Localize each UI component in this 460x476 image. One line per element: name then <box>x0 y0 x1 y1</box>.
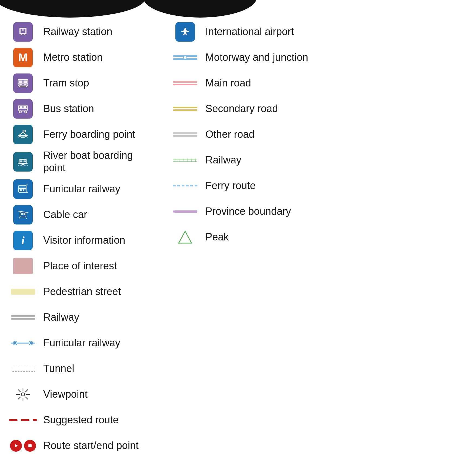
tunnel-label: Tunnel <box>43 363 74 375</box>
list-item: Other road <box>173 122 362 147</box>
railway-gray-label: Railway <box>43 311 79 324</box>
svg-rect-59 <box>28 444 32 447</box>
bus-station-icon <box>11 99 35 119</box>
svg-rect-29 <box>23 130 26 132</box>
svg-rect-45 <box>24 213 25 215</box>
railway-green-icon <box>173 158 197 163</box>
list-item: River boat boarding point <box>11 147 157 176</box>
bus-station-label: Bus station <box>43 103 94 115</box>
pedestrian-street-label: Pedestrian street <box>43 286 121 298</box>
route-endpoints-icon <box>11 440 35 452</box>
secondary-road-label: Secondary road <box>205 103 278 115</box>
list-item: Tunnel <box>11 356 157 381</box>
tunnel-icon <box>11 366 35 372</box>
svg-point-0 <box>0 0 146 18</box>
list-item: Secondary road <box>173 96 362 122</box>
svg-rect-12 <box>24 81 27 83</box>
svg-line-56 <box>18 397 21 399</box>
list-item: Pedestrian street <box>11 279 157 304</box>
viewpoint-icon <box>11 386 35 403</box>
svg-rect-31 <box>20 160 22 162</box>
cable-car-icon <box>11 205 35 224</box>
svg-rect-4 <box>21 29 22 31</box>
list-item: Cable car <box>11 202 157 227</box>
list-item: Province boundary <box>173 199 362 224</box>
svg-point-57 <box>21 393 25 396</box>
svg-rect-38 <box>20 189 22 191</box>
svg-line-55 <box>25 390 28 392</box>
list-item: Peak <box>173 224 362 250</box>
cable-car-label: Cable car <box>43 209 87 221</box>
list-item: Funicular railway <box>11 176 157 202</box>
left-column: Railway station M Metro station <box>11 19 157 458</box>
svg-line-53 <box>18 390 21 392</box>
svg-rect-39 <box>23 189 24 191</box>
tram-stop-label: Tram stop <box>43 77 89 89</box>
ferry-route-icon <box>173 185 197 187</box>
svg-rect-44 <box>21 213 23 215</box>
list-item: Funicular railway <box>11 330 157 356</box>
funicular-railway-icon <box>11 179 35 199</box>
svg-marker-58 <box>15 444 18 447</box>
list-item: Railway <box>173 147 362 173</box>
place-of-interest-label: Place of interest <box>43 260 117 272</box>
railway-station-label: Railway station <box>43 26 112 38</box>
province-boundary-icon <box>173 210 197 213</box>
metro-station-icon: M <box>11 48 35 67</box>
funicular-railway-label: Funicular railway <box>43 183 120 195</box>
main-road-icon <box>173 81 197 85</box>
railway-station-icon <box>11 22 35 42</box>
visitor-info-label: Visitor information <box>43 234 125 247</box>
right-column: International airport Motorway and junct… <box>173 19 362 458</box>
svg-rect-21 <box>20 106 22 108</box>
ferry-boarding-label: Ferry boarding point <box>43 128 135 141</box>
svg-line-47 <box>19 217 20 219</box>
svg-rect-27 <box>20 135 26 137</box>
ferry-boarding-icon <box>11 125 35 144</box>
pedestrian-street-icon <box>11 289 35 295</box>
list-item: Route start/end point <box>11 433 157 458</box>
place-of-interest-icon <box>11 258 35 274</box>
metro-station-label: Metro station <box>43 51 103 64</box>
svg-line-48 <box>26 217 27 219</box>
other-road-icon <box>173 132 197 137</box>
suggested-route-icon <box>11 419 35 421</box>
list-item: Railway <box>11 304 157 330</box>
list-item: International airport <box>173 19 362 45</box>
list-item: Ferry boarding point <box>11 122 157 147</box>
province-boundary-label: Province boundary <box>205 205 291 218</box>
list-item: Place of interest <box>11 253 157 279</box>
peak-label: Peak <box>205 231 229 243</box>
suggested-route-label: Suggested route <box>43 414 119 426</box>
riverboat-icon <box>11 152 35 172</box>
secondary-road-icon <box>173 107 197 111</box>
railway-green-label: Railway <box>205 154 241 166</box>
list-item: Bus station <box>11 96 157 122</box>
funicular-line-label: Funicular railway <box>43 337 120 349</box>
list-item: Motorway and junction <box>173 45 362 70</box>
railway-gray-icon <box>11 314 35 320</box>
info-i-letter: i <box>21 234 25 247</box>
svg-rect-5 <box>24 29 25 31</box>
motorway-junction-label: Motorway and junction <box>205 51 308 64</box>
svg-rect-14 <box>19 84 22 85</box>
list-item: i Visitor information <box>11 227 157 253</box>
svg-rect-2 <box>19 28 27 35</box>
list-item: Viewpoint <box>11 381 157 407</box>
motorway-junction-icon <box>173 55 197 60</box>
list-item: Tram stop <box>11 70 157 96</box>
svg-line-40 <box>26 184 28 185</box>
svg-line-54 <box>25 397 28 399</box>
svg-rect-15 <box>24 84 26 85</box>
list-item: Suggested route <box>11 407 157 433</box>
list-item: Main road <box>173 70 362 96</box>
svg-rect-22 <box>24 106 26 108</box>
riverboat-label: River boat boarding point <box>43 149 157 174</box>
list-item: Ferry route <box>173 173 362 199</box>
international-airport-icon <box>173 22 197 42</box>
svg-rect-11 <box>19 81 22 83</box>
viewpoint-label: Viewpoint <box>43 388 88 401</box>
visitor-info-icon: i <box>11 231 35 250</box>
international-airport-label: International airport <box>205 26 294 38</box>
route-endpoints-label: Route start/end point <box>43 440 139 452</box>
